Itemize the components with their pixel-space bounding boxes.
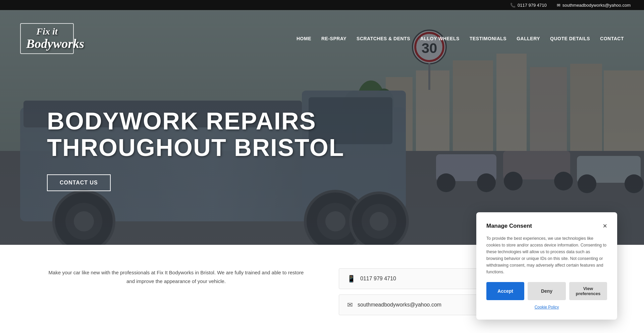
phone-icon: 📱 bbox=[347, 275, 356, 283]
cookie-deny-button[interactable]: Deny bbox=[528, 282, 566, 300]
below-hero-description: Make your car like new with the professi… bbox=[47, 265, 305, 285]
cookie-header: Manage Consent × bbox=[486, 222, 607, 230]
email-icon: ✉ bbox=[557, 3, 560, 8]
nav-gallery[interactable]: GALLERY bbox=[517, 36, 540, 41]
nav-home[interactable]: HOME bbox=[297, 36, 311, 41]
main-nav: HOME RE-SPRAY SCRATCHES & DENTS ALLOY WH… bbox=[297, 36, 624, 41]
nav-contact[interactable]: CONTACT bbox=[600, 36, 624, 41]
cookie-buttons: Accept Deny View preferences bbox=[486, 282, 607, 300]
hero-content: BODYWORK REPAIRS THROUGHOUT BRISTOL CONT… bbox=[47, 108, 344, 191]
mail-icon: ✉ bbox=[347, 301, 353, 309]
logo-fix: Fix it bbox=[26, 26, 68, 37]
logo[interactable]: Fix it Bodyworks bbox=[20, 23, 74, 54]
cookie-close-button[interactable]: × bbox=[603, 222, 607, 230]
nav-testimonials[interactable]: TESTIMONIALS bbox=[470, 36, 506, 41]
cookie-consent-modal: Manage Consent × To provide the best exp… bbox=[476, 212, 617, 320]
hero-title-line1: BODYWORK REPAIRS bbox=[47, 108, 316, 134]
topbar-phone[interactable]: 📞 0117 979 4710 bbox=[510, 3, 547, 8]
cookie-body-text: To provide the best experiences, we use … bbox=[486, 235, 607, 275]
cookie-prefs-button[interactable]: View preferences bbox=[569, 282, 607, 300]
hero-title: BODYWORK REPAIRS THROUGHOUT BRISTOL bbox=[47, 108, 344, 161]
contact-phone-label: 0117 979 4710 bbox=[360, 276, 396, 282]
cookie-accept-button[interactable]: Accept bbox=[486, 282, 524, 300]
logo-bodyworks: Bodyworks bbox=[26, 37, 68, 51]
hero-section: 30 bbox=[0, 10, 644, 245]
contact-email-label: southmeadbodyworks@yahoo.com bbox=[358, 302, 441, 308]
nav-respray[interactable]: RE-SPRAY bbox=[321, 36, 346, 41]
header: Fix it Bodyworks HOME RE-SPRAY SCRATCHES… bbox=[0, 20, 644, 57]
hero-title-line2: THROUGHOUT BRISTOL bbox=[47, 134, 344, 161]
cookie-policy-link[interactable]: Cookie Policy bbox=[486, 305, 607, 310]
topbar-email-text: southmeadbodyworks@yahoo.com bbox=[562, 3, 631, 8]
topbar-email[interactable]: ✉ southmeadbodyworks@yahoo.com bbox=[557, 3, 631, 8]
hero-cta-button[interactable]: CONTACT US bbox=[47, 174, 111, 191]
topbar-phone-text: 0117 979 4710 bbox=[518, 3, 547, 8]
nav-quote[interactable]: QUOTE DETAILS bbox=[550, 36, 590, 41]
phone-icon: 📞 bbox=[510, 3, 516, 8]
nav-scratches[interactable]: SCRATCHES & DENTS bbox=[357, 36, 410, 41]
top-bar: 📞 0117 979 4710 ✉ southmeadbodyworks@yah… bbox=[0, 0, 644, 10]
nav-alloy[interactable]: ALLOY WHEELS bbox=[420, 36, 460, 41]
cookie-title: Manage Consent bbox=[486, 223, 532, 229]
